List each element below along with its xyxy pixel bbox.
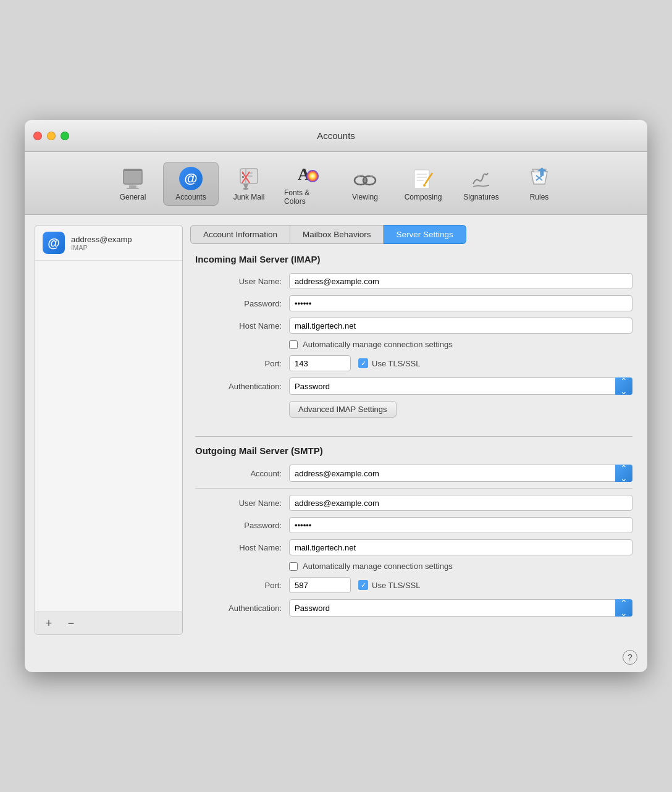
sidebar-footer: + − [35,612,182,634]
account-email: address@examp [71,235,132,244]
incoming-section-title: Incoming Mail Server (IMAP) [195,254,632,264]
add-account-button[interactable]: + [38,615,60,632]
tab-server-settings[interactable]: Server Settings [384,225,466,244]
incoming-password-label: Password: [195,299,282,308]
outgoing-password-row: Password: [195,517,632,533]
tab-mailbox-behaviors[interactable]: Mailbox Behaviors [290,225,384,244]
incoming-auth-select-wrapper: Password MD5 Challenge-Response NTLM Ker… [289,377,632,395]
svg-rect-9 [248,175,253,177]
outgoing-section-title: Outgoing Mail Server (SMTP) [195,445,632,456]
incoming-username-input[interactable] [289,273,632,289]
minimize-button[interactable] [47,132,56,140]
account-avatar: @ [43,232,65,254]
signatures-label: Signatures [463,193,498,201]
help-button[interactable]: ? [623,650,637,665]
viewing-label: Viewing [352,193,378,201]
outgoing-auth-label: Authentication: [195,604,282,613]
incoming-username-row: User Name: [195,273,632,289]
accounts-label: Accounts [175,193,206,201]
svg-rect-11 [243,188,248,190]
sidebar-account-item[interactable]: @ address@examp IMAP [35,225,182,261]
incoming-port-row: Port: ✓ Use TLS/SSL [195,355,632,371]
outgoing-account-label: Account: [195,469,282,478]
outgoing-port-row: Port: ✓ Use TLS/SSL [195,577,632,593]
outgoing-auto-manage-checkbox[interactable] [289,562,298,571]
outgoing-auto-manage-row: Automatically manage connection settings [195,562,632,571]
main-window: Accounts General @ Accounts [25,120,647,672]
remove-account-button[interactable]: − [60,615,82,632]
toolbar-item-junk-mail[interactable]: Junk Mail [221,162,277,205]
incoming-hostname-row: Host Name: [195,318,632,334]
incoming-tls-checkbox[interactable]: ✓ [358,358,368,368]
signatures-icon [469,166,494,191]
maximize-button[interactable] [61,132,69,140]
outgoing-auth-row: Authentication: Password MD5 Challenge-R… [195,599,632,617]
toolbar-item-accounts[interactable]: @ Accounts [163,162,219,206]
incoming-auth-row: Authentication: Password MD5 Challenge-R… [195,377,632,395]
form-content: Incoming Mail Server (IMAP) User Name: P… [190,254,637,635]
window-title: Accounts [317,130,355,141]
accounts-icon: @ [178,166,203,191]
svg-rect-18 [364,179,366,182]
incoming-password-input[interactable] [289,295,632,311]
outgoing-port-label: Port: [195,581,282,590]
outgoing-tls-label: Use TLS/SSL [372,581,421,590]
incoming-auto-manage-row: Automatically manage connection settings [195,340,632,349]
outgoing-tls-checkbox[interactable]: ✓ [358,580,368,590]
fonts-colors-label: Fonts & Colors [284,188,330,206]
right-panel: Account Information Mailbox Behaviors Se… [190,225,637,635]
outgoing-password-input[interactable] [289,517,632,533]
svg-rect-19 [357,175,360,177]
account-list: @ address@examp IMAP [35,225,182,612]
outgoing-port-input[interactable] [289,577,351,593]
incoming-auto-manage-checkbox[interactable] [289,340,298,349]
general-icon [120,166,145,191]
viewing-icon [353,166,377,191]
incoming-port-input[interactable] [289,355,351,371]
outgoing-username-label: User Name: [195,499,282,508]
toolbar-item-viewing[interactable]: Viewing [337,162,393,205]
svg-rect-3 [127,188,139,189]
outgoing-username-row: User Name: [195,495,632,511]
toolbar-item-composing[interactable]: Composing [395,162,451,205]
outgoing-tls-row: ✓ Use TLS/SSL [358,580,421,590]
junk-mail-label: Junk Mail [233,193,265,201]
incoming-hostname-input[interactable] [289,318,632,334]
svg-point-27 [423,184,426,187]
account-info: address@examp IMAP [71,235,132,251]
toolbar: General @ Accounts [25,152,647,215]
outgoing-account-select[interactable]: address@example.com [289,465,632,482]
outgoing-hostname-input[interactable] [289,539,632,555]
toolbar-item-fonts-colors[interactable]: A Fonts & Colors [279,158,335,209]
tab-account-information[interactable]: Account Information [190,225,290,244]
outgoing-account-row: Account: address@example.com ⌃⌄ [195,465,632,482]
outgoing-inner-divider [195,488,632,489]
toolbar-item-general[interactable]: General [105,162,161,205]
incoming-hostname-label: Host Name: [195,321,282,331]
close-button[interactable] [33,132,42,140]
svg-rect-2 [129,185,136,188]
outgoing-auth-select-wrapper: Password MD5 Challenge-Response NTLM Ker… [289,599,632,617]
svg-rect-21 [414,170,429,188]
window-controls [33,132,69,140]
toolbar-item-signatures[interactable]: Signatures [453,162,509,205]
outgoing-hostname-row: Host Name: [195,539,632,555]
junk-mail-icon [237,166,261,191]
outgoing-username-input[interactable] [289,495,632,511]
advanced-imap-settings-button[interactable]: Advanced IMAP Settings [289,401,397,418]
outgoing-auto-manage-label: Automatically manage connection settings [303,562,453,571]
incoming-tls-label: Use TLS/SSL [372,359,421,368]
sidebar: @ address@examp IMAP + − [35,225,183,635]
outgoing-account-select-wrapper: address@example.com ⌃⌄ [289,465,632,482]
outgoing-auth-select[interactable]: Password MD5 Challenge-Response NTLM Ker… [289,599,632,617]
main-content: @ address@examp IMAP + − Account Informa… [25,215,647,645]
section-divider [195,436,632,437]
rules-label: Rules [530,193,549,201]
advanced-btn-wrapper: Advanced IMAP Settings [195,401,632,426]
incoming-auth-select[interactable]: Password MD5 Challenge-Response NTLM Ker… [289,377,632,395]
svg-point-15 [306,170,319,182]
account-type: IMAP [71,244,132,251]
toolbar-item-rules[interactable]: Rules [511,162,567,205]
svg-rect-1 [124,169,142,171]
incoming-password-row: Password: [195,295,632,311]
